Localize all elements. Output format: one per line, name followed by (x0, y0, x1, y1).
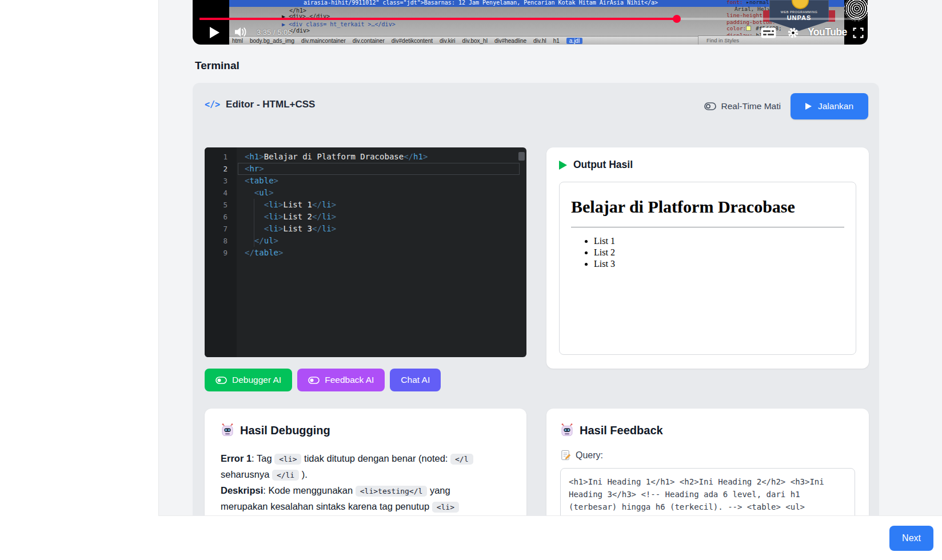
progress-bar[interactable] (199, 18, 861, 20)
breadcrumb-item: body.bg_ads_img (250, 38, 294, 44)
closed-captions-icon[interactable] (761, 27, 776, 41)
breadcrumb-item: div.kiri (440, 38, 456, 44)
output-list-item: List 2 (594, 247, 844, 258)
devtools-line: ▶ <div class= ht_terkait >…</div> (282, 21, 396, 27)
ai-button-label: Debugger AI (232, 375, 281, 385)
query-line: Heading 3</h3> <!-- Heading ada 6 level,… (569, 488, 847, 501)
run-button[interactable]: Jalankan (791, 93, 868, 119)
code-line: 6 <li>List 2</li> (205, 211, 526, 223)
feedback-panel: Hasil Feedback Query: <h1>Ini Heading 1<… (546, 409, 869, 515)
devtools-breadcrumb: htmlbody.bg_ads_imgdiv.maincontainerdiv.… (229, 36, 698, 45)
main-content: airasia-hihit/9911012" class="jdt">Basar… (158, 0, 942, 515)
output-list-item: List 1 (594, 235, 844, 247)
code-line: 3<table> (205, 175, 526, 187)
code-line: 8 </ul> (205, 235, 526, 247)
debugging-panel: Hasil Debugging Error 1: Tag <li> tidak … (205, 409, 526, 515)
left-sidebar (0, 0, 158, 560)
query-box: <h1>Ini Heading 1</h1> <h2>Ini Heading 2… (560, 468, 855, 515)
code-chip: </l (450, 454, 473, 465)
feedback-title: Hasil Feedback (580, 424, 663, 437)
code-line: 1<h1>Belajar di Platform Dracobase</h1> (205, 151, 526, 163)
code-chip: <li> (274, 454, 301, 465)
code-icon: </> (205, 99, 220, 110)
query-label: Query: (576, 450, 603, 461)
breadcrumb-item: div#headline (494, 38, 526, 44)
code-line: 9</table> (205, 247, 526, 259)
code-line: 5 <li>List 1</li> (205, 199, 526, 211)
output-list-item: List 3 (594, 258, 844, 270)
ai-button-label: Chat AI (401, 375, 430, 385)
fullscreen-icon[interactable] (852, 27, 864, 41)
debugging-title: Hasil Debugging (240, 424, 330, 437)
terminal-panel: </> Editor - HTML+CSS Real-Time Mati Jal… (193, 83, 879, 515)
code-line: 4 <ul> (205, 187, 526, 199)
breadcrumb-item: div.maincontainer (301, 38, 346, 44)
output-play-icon (559, 161, 567, 170)
page-title: Terminal (195, 59, 240, 72)
breadcrumb-item: div.hl (533, 38, 546, 44)
toggle-off-icon (704, 102, 716, 110)
output-title-row: Output Hasil (559, 159, 856, 171)
find-in-styles-label: Find in Styles (706, 37, 739, 43)
play-icon (805, 103, 812, 110)
play-button[interactable] (210, 27, 219, 38)
breadcrumb-item: h1 (553, 38, 560, 44)
breadcrumb-item-active: a.jdl (566, 38, 582, 44)
rendered-hr (571, 227, 844, 227)
feedback-title-row: Hasil Feedback (560, 423, 855, 437)
output-title: Output Hasil (573, 159, 633, 171)
volume-icon[interactable] (234, 26, 249, 40)
video-frame: airasia-hihit/9911012" class="jdt">Basar… (229, 0, 844, 45)
next-button[interactable]: Next (889, 526, 933, 551)
code-chip: <li> (432, 502, 459, 513)
ai-button-label: Feedback AI (325, 375, 374, 385)
realtime-label: Real-Time Mati (721, 101, 781, 111)
rendered-heading: Belajar di Platform Dracobase (571, 197, 844, 217)
output-preview: Belajar di Platform Dracobase List 1List… (559, 182, 856, 355)
progress-scrubber[interactable] (673, 15, 681, 23)
breadcrumb-item: div.container (353, 38, 385, 44)
badge-line1: WEB PROGRAMMING (770, 10, 828, 14)
code-line: 7 <li>List 3</li> (205, 223, 526, 235)
badge-logo-circle (792, 0, 809, 9)
query-line: (terbesar) hingga h6 (terkecil). --> <ta… (569, 501, 847, 513)
code-chip: <li>testing</l (356, 486, 428, 497)
debugging-body: Error 1: Tag <li> tidak ditutup dengan b… (221, 451, 510, 515)
indent-guide (254, 199, 254, 247)
breadcrumb-item: div#detikcontent (392, 38, 433, 44)
code-chip: </li (272, 470, 299, 481)
editor-title: Editor - HTML+CSS (226, 99, 315, 110)
output-panel: Output Hasil Belajar di Platform Dracoba… (546, 147, 869, 369)
realtime-toggle[interactable]: Real-Time Mati (704, 101, 781, 111)
time-display: 3:35 / 5:05 (257, 28, 292, 37)
debugging-title-row: Hasil Debugging (221, 423, 510, 437)
toggle-icon (308, 377, 320, 384)
query-label-row: Query: (560, 450, 855, 461)
breadcrumb-item: div.box_hl (462, 38, 488, 44)
devtools-line: </div> (289, 27, 310, 34)
robot-icon (560, 423, 574, 437)
code-editor[interactable]: 1<h1>Belajar di Platform Dracobase</h1>2… (205, 147, 526, 357)
toggle-icon (215, 377, 227, 384)
footer-bar: Next (158, 515, 942, 560)
debugger-ai-button[interactable]: Debugger AI (205, 369, 292, 391)
feedback-ai-button[interactable]: Feedback AI (297, 369, 385, 391)
editor-scrollbar[interactable] (518, 152, 525, 161)
ai-buttons: Debugger AIFeedback AIChat AI (205, 369, 441, 391)
editor-rows: 1<h1>Belajar di Platform Dracobase</h1>2… (205, 151, 526, 259)
chat-ai-button[interactable]: Chat AI (390, 369, 441, 391)
youtube-logo[interactable]: YouTube (808, 26, 847, 38)
run-button-label: Jalankan (818, 101, 853, 111)
output-list: List 1List 2List 3 (571, 235, 844, 270)
settings-gear-icon[interactable] (787, 27, 799, 41)
memo-icon (560, 450, 571, 461)
video-player[interactable]: airasia-hihit/9911012" class="jdt">Basar… (193, 0, 868, 45)
progress-played (199, 18, 677, 20)
code-line: 2<hr> (205, 163, 526, 175)
query-line: <h1>Ini Heading 1</h1> <h2>Ini Heading 2… (569, 475, 847, 488)
robot-icon (221, 423, 234, 437)
